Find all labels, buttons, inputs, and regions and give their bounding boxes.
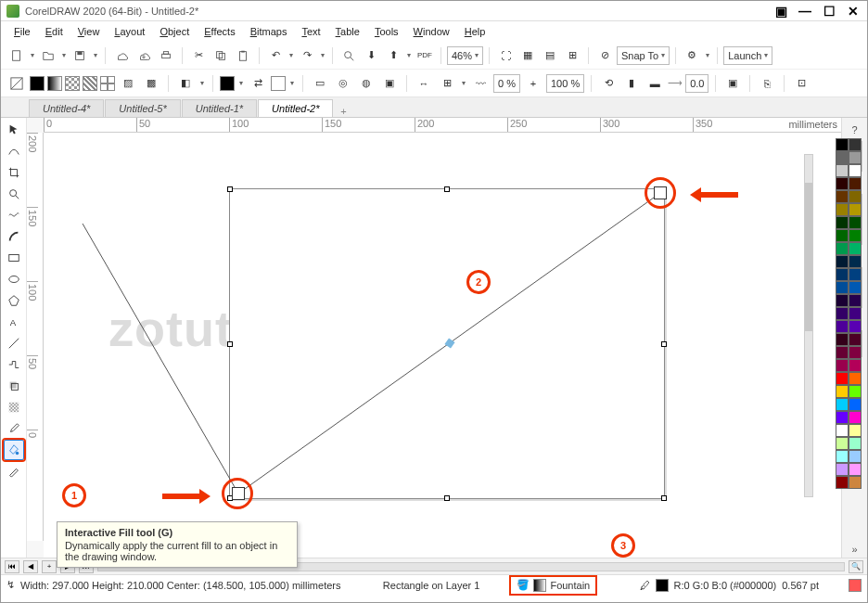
vector-pattern-button[interactable] <box>65 76 80 91</box>
artistic-media-tool[interactable] <box>4 226 24 247</box>
end-color[interactable] <box>271 76 286 91</box>
rectangle-tool[interactable] <box>4 248 24 268</box>
palette-color[interactable] <box>836 398 849 411</box>
palette-color[interactable] <box>849 411 862 424</box>
menu-effects[interactable]: Effects <box>198 24 240 39</box>
palette-color[interactable] <box>849 203 862 216</box>
arrange-button[interactable]: ⊞ <box>437 73 457 94</box>
palette-color[interactable] <box>836 450 849 463</box>
texture-fill-button[interactable]: ▨ <box>118 73 138 94</box>
wrap-button[interactable]: ▣ <box>722 73 743 94</box>
palette-color[interactable] <box>849 372 862 385</box>
menu-tools[interactable]: Tools <box>369 24 404 39</box>
search-button[interactable] <box>338 45 359 66</box>
palette-color[interactable] <box>849 242 862 255</box>
two-color-pattern-button[interactable] <box>100 76 115 91</box>
new-dropdown[interactable]: ▾ <box>29 51 36 59</box>
palette-color[interactable] <box>836 216 849 229</box>
palette-color[interactable] <box>836 463 849 476</box>
free-scale-button[interactable]: ⟲ <box>598 73 619 94</box>
width-field[interactable]: 0.0 <box>685 74 708 93</box>
palette-color[interactable] <box>836 476 849 489</box>
palette-color[interactable] <box>836 294 849 307</box>
grid-button[interactable]: ▤ <box>540 45 560 66</box>
palette-color[interactable] <box>836 359 849 372</box>
open-dropdown[interactable]: ▾ <box>60 51 68 59</box>
palette-color[interactable] <box>836 333 849 346</box>
mirror-h-button[interactable]: ▮ <box>621 73 642 94</box>
transparency-tool[interactable] <box>4 397 24 417</box>
outline-pen-tool[interactable] <box>4 461 24 481</box>
undo-dropdown[interactable]: ▾ <box>287 51 295 59</box>
pick-tool[interactable] <box>4 120 24 140</box>
page-rectangle[interactable] <box>229 188 665 499</box>
palette-color[interactable] <box>849 268 862 281</box>
uniform-fill-button[interactable] <box>30 76 45 91</box>
undo-button[interactable]: ↶ <box>265 45 286 66</box>
palette-color[interactable] <box>849 138 862 151</box>
palette-color[interactable] <box>849 255 862 268</box>
palette-color[interactable] <box>836 437 849 450</box>
conical-fountain-button[interactable]: ◍ <box>356 73 377 94</box>
guidelines-button[interactable]: ⊞ <box>562 45 582 66</box>
tab-untitled-4[interactable]: Untitled-4 <box>29 99 104 117</box>
options-dropdown[interactable]: ▾ <box>704 51 711 59</box>
text-tool[interactable]: A <box>4 312 24 332</box>
palette-color[interactable] <box>836 268 849 281</box>
save-button[interactable] <box>70 45 90 66</box>
zoom-tool[interactable] <box>4 184 24 204</box>
palette-color[interactable] <box>849 281 862 294</box>
paste-button[interactable] <box>233 45 253 66</box>
freehand-tool[interactable] <box>4 205 24 225</box>
arrange-dropdown[interactable]: ▾ <box>460 79 467 87</box>
snap-off-button[interactable]: ⊘ <box>594 45 615 66</box>
redo-dropdown[interactable]: ▾ <box>319 51 326 59</box>
open-button[interactable] <box>38 45 58 66</box>
close-button[interactable]: ✕ <box>845 5 862 18</box>
palette-color[interactable] <box>849 294 862 307</box>
palette-color[interactable] <box>849 359 862 372</box>
swap-colors-button[interactable]: ⇄ <box>248 73 268 94</box>
proof-colors-icon[interactable] <box>849 579 862 592</box>
menu-table[interactable]: Table <box>330 24 365 39</box>
zoom-combo[interactable]: 46%▾ <box>447 46 483 65</box>
new-button[interactable] <box>6 45 27 66</box>
export-button[interactable]: ⬆ <box>383 45 403 66</box>
polygon-tool[interactable] <box>4 290 24 311</box>
store-icon[interactable]: ▣ <box>772 5 789 18</box>
menu-file[interactable]: File <box>8 24 36 39</box>
status-fill-indicator[interactable]: 🪣 Fountain <box>509 575 597 596</box>
palette-color[interactable] <box>849 463 862 476</box>
palette-color[interactable] <box>849 177 862 190</box>
palette-color[interactable] <box>836 229 849 242</box>
publish-pdf-button[interactable]: PDF <box>415 45 435 66</box>
palette-color[interactable] <box>849 307 862 320</box>
palette-color[interactable] <box>849 476 862 489</box>
cloud-up-button[interactable] <box>111 45 132 66</box>
menu-help[interactable]: Help <box>459 24 491 39</box>
page-prev[interactable]: ◀ <box>23 560 38 573</box>
shape-tool[interactable] <box>4 141 24 161</box>
palette-color[interactable] <box>836 307 849 320</box>
palette-color[interactable] <box>849 333 862 346</box>
palette-color[interactable] <box>836 164 849 177</box>
end-color-dropdown[interactable]: ▾ <box>288 79 296 87</box>
palette-color[interactable] <box>849 229 862 242</box>
connector-tool[interactable] <box>4 354 24 375</box>
palette-color[interactable] <box>836 242 849 255</box>
tab-untitled-2[interactable]: Untitled-2 <box>258 99 333 117</box>
menu-object[interactable]: Object <box>154 24 195 39</box>
start-color[interactable] <box>220 76 235 91</box>
palette-color[interactable] <box>849 398 862 411</box>
palette-color[interactable] <box>836 424 849 437</box>
menu-layout[interactable]: Layout <box>108 24 150 39</box>
palette-color[interactable] <box>849 190 862 203</box>
fountain-fill-button[interactable] <box>47 76 62 91</box>
menu-edit[interactable]: Edit <box>40 24 69 39</box>
parallel-dim-tool[interactable] <box>4 333 24 353</box>
start-color-dropdown[interactable]: ▾ <box>237 79 245 87</box>
elliptical-fountain-button[interactable]: ◎ <box>333 73 353 94</box>
rectangular-fountain-button[interactable]: ▣ <box>379 73 400 94</box>
fill-picker-button[interactable]: ◧ <box>175 73 196 94</box>
plus-button[interactable]: + <box>523 73 543 94</box>
